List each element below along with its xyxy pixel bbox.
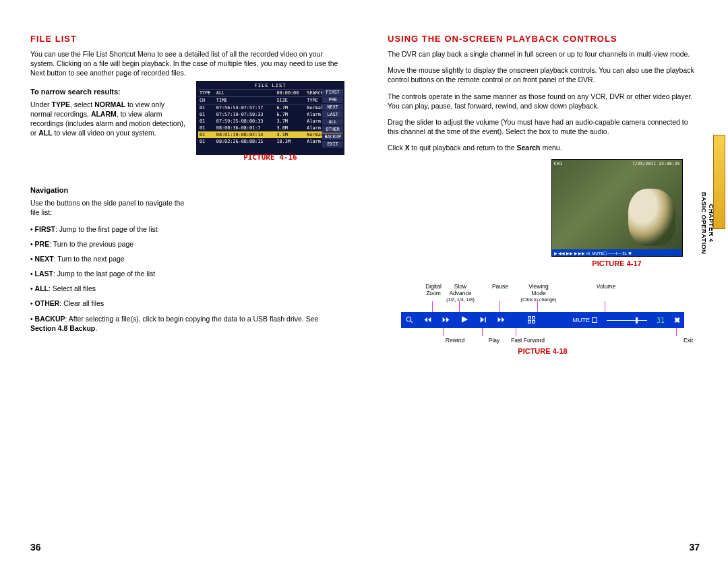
timestamp-label: 7/25/2011 23:48:25 [632,161,679,166]
picture-4-16-label: PICTURE 4-16 [196,153,344,162]
chapter-title: BASIC OPERATION [700,192,708,254]
slow-advance-icon[interactable] [442,315,450,325]
side-button: OTHER [322,126,343,133]
mini-playback-bar: ▶ ◀◀ ▶▶ ▶ ▶▶ ⊞ MUTE☐ ——I— 31 ✖ [552,249,682,256]
table-row: 0107:57:19-07:59:336.7MAlarm [198,111,342,118]
diagram-label: SlowAdvance(1/2, 1/4, 1/8) [440,284,481,303]
fast-forward-icon[interactable] [497,315,506,325]
svg-rect-5 [528,320,531,323]
side-button: BACKUP [322,133,343,140]
grid-icon[interactable] [527,315,536,325]
playback-bar-diagram: DigitalZoomSlowAdvance(1/2, 1/4, 1/8)Pau… [401,288,684,328]
nav-item: • LAST: Jump to the last page of the lis… [30,269,340,278]
chapter-number: CHAPTER 4 [708,176,715,270]
file-list-heading: File List [30,34,340,44]
file-list-title: FILE LIST [198,83,342,88]
pause-icon[interactable] [479,315,487,325]
zoom-icon[interactable] [405,315,414,325]
nav-item: • ALL: Select all files [30,284,340,293]
page-number-right: 37 [689,542,700,553]
navigation-list: • FIRST: Jump to the first page of the l… [30,224,340,333]
playback-heading: Using the On-Screen Playback Controls [388,34,698,44]
file-list-screenshot: FILE LIST TYPE ALL 00:00:00 SEARCH CH TI… [196,81,344,155]
svg-line-1 [411,320,413,322]
side-button: PRE [322,96,343,103]
playback-bar[interactable]: MUTE 31 ✖ [401,312,684,328]
table-row: 0107:59:35-08:00:333.7MAlarm [198,118,342,125]
cat-image [628,189,675,246]
side-button: FIRST [322,89,343,96]
playback-p4: Drag the slider to adjust the volume (Yo… [388,117,698,136]
file-list-intro: You can use the File List Shortcut Menu … [30,49,340,78]
diagram-label: ViewingMode(Click to change) [518,284,559,303]
mute-label: MUTE [572,317,590,323]
side-button: EXIT [322,141,343,148]
picture-4-17-label: PICTURE 4-17 [543,259,691,268]
narrow-heading: To narrow search results: [30,88,185,96]
nav-item: • FIRST: Jump to the first page of the l… [30,224,340,234]
table-row: 0107:56:53-07:57:176.7MNormal [198,104,342,112]
navigation-heading: Navigation [30,186,340,194]
table-row: 0108:00:36-08:01:73.8MAlarm [198,125,342,131]
mute-check[interactable] [592,317,597,323]
close-icon[interactable]: ✖ [674,316,680,325]
play-icon[interactable] [460,315,469,325]
mute-checkbox[interactable]: MUTE [572,317,597,323]
nav-item: • OTHER: Clear all files [30,299,340,308]
nav-item: • BACKUP: After selecting a file(s), cli… [30,314,340,333]
playback-screenshot: CH1 7/25/2011 23:48:25 ▶ ◀◀ ▶▶ ▶ ▶▶ ⊞ MU… [551,159,683,257]
page-number-left: 36 [30,542,41,553]
side-button: ALL [322,119,343,125]
svg-rect-6 [533,320,535,323]
svg-rect-2 [485,317,486,323]
playback-p2: Move the mouse slightly to display the o… [388,65,698,84]
playback-p1: The DVR can play back a single channel i… [388,49,698,59]
diagram-label: Pause [480,284,520,290]
svg-rect-3 [528,317,531,319]
nav-item: • NEXT: Turn to the next page [30,254,340,263]
narrow-body: Under TYPE, select NORMAL to view only n… [30,100,185,138]
diagram-label: Volume [586,284,626,290]
channel-label: CH1 [554,161,563,166]
volume-slider[interactable] [607,320,647,321]
playback-p5: Click X to quit playback and return to t… [388,143,698,152]
volume-value: 31 [657,317,665,324]
navigation-intro: Use the buttons on the side panel to nav… [30,198,185,217]
side-button: NEXT [322,104,343,111]
rewind-icon[interactable] [423,315,432,325]
chapter-tab: CHAPTER 4 BASIC OPERATION [713,135,725,229]
playback-p3: The controls operate in the same manner … [388,92,698,111]
picture-4-18-label: PICTURE 4-18 [388,347,698,355]
nav-item: • PRE: Turn to the previous page [30,239,340,249]
table-row: 0108:02:26-08:08:1518.3MAlarm [198,138,342,145]
diagram-label: Exit [661,338,715,344]
diagram-label: Fast Forward [501,338,555,344]
table-row: 0108:01:19-08:02:144.1MNormal [198,131,342,138]
side-button: LAST [322,111,343,118]
svg-rect-4 [533,317,535,319]
